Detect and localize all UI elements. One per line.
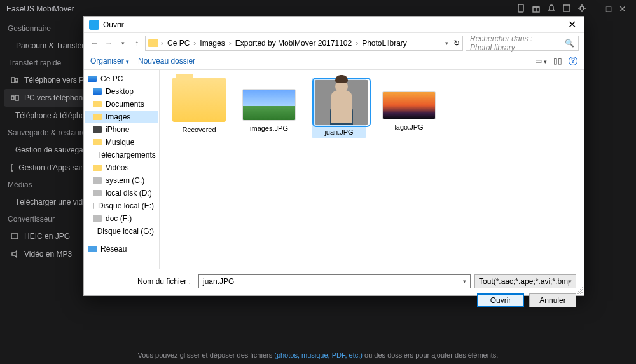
drop-hint: Vous pouvez glisser et déposer des fichi…	[0, 351, 636, 359]
minimize-button[interactable]: —	[588, 4, 602, 14]
svg-rect-14	[11, 234, 18, 239]
tree-disk-c[interactable]: system (C:)	[85, 174, 158, 187]
file-name: lago.JPG	[382, 123, 436, 131]
nav-label: Téléphone à téléphone	[15, 111, 93, 120]
tree-downloads[interactable]: Téléchargements	[85, 149, 158, 161]
svg-rect-5	[11, 78, 15, 83]
image-thumbnail	[382, 91, 436, 119]
breadcrumb-item[interactable]: PhotoLlibrary	[361, 39, 408, 48]
filetype-value: Tout(*.aac;*.ape;*.avi;*.bmp;*.c	[479, 277, 569, 286]
resize-grip[interactable]	[575, 286, 583, 294]
file-item-image[interactable]: lago.JPG	[382, 78, 436, 131]
chevron-down-icon[interactable]: ▾	[463, 278, 466, 285]
svg-rect-2	[563, 5, 570, 11]
tree-images[interactable]: Images	[85, 111, 158, 123]
back-button[interactable]: ←	[89, 37, 100, 49]
gear-icon[interactable]	[576, 4, 588, 15]
nav-label: Gestion de sauvegarde	[15, 145, 94, 154]
tree-iphone[interactable]: iPhone	[85, 123, 158, 136]
tree-documents[interactable]: Documents	[85, 98, 158, 111]
svg-rect-12	[11, 165, 13, 171]
tree-this-pc[interactable]: Ce PC	[85, 72, 158, 85]
svg-marker-15	[12, 251, 17, 257]
svg-rect-8	[15, 95, 18, 100]
image-thumbnail	[242, 89, 296, 121]
folder-icon	[172, 78, 226, 122]
tree-disk-f[interactable]: doc (F:)	[85, 212, 158, 225]
close-button[interactable]: ✕	[616, 4, 630, 14]
svg-rect-7	[11, 96, 14, 100]
nav-pc-to-phone[interactable]: PC vers téléphone	[4, 89, 95, 107]
file-list: Recovered images.JPG juan.JPG lago.JPG	[160, 70, 584, 269]
svg-rect-0	[518, 4, 523, 12]
file-item-image[interactable]: images.JPG	[242, 78, 296, 132]
help-button[interactable]: ?	[569, 57, 577, 65]
file-item-folder[interactable]: Recovered	[172, 78, 226, 133]
open-button[interactable]: Ouvrir	[477, 293, 524, 307]
dialog-close-button[interactable]: ✕	[565, 18, 579, 30]
maximize-button[interactable]: □	[602, 4, 616, 14]
search-input[interactable]: Rechercher dans : PhotoLlibrary 🔍	[466, 36, 579, 51]
cancel-button[interactable]: Annuler	[529, 293, 576, 307]
breadcrumb-item[interactable]: Ce PC	[166, 39, 191, 48]
preview-pane-button[interactable]: ▯▯	[553, 57, 562, 65]
svg-point-3	[580, 6, 584, 10]
svg-rect-6	[15, 78, 18, 82]
file-name: juan.JPG	[315, 128, 363, 136]
file-name: Recovered	[172, 126, 226, 133]
file-name: images.JPG	[242, 125, 296, 132]
filetype-select[interactable]: Tout(*.aac;*.ape;*.avi;*.bmp;*.c ▾	[474, 274, 576, 288]
nav-label: HEIC en JPG	[24, 232, 70, 241]
folder-tree: Ce PC Desktop Documents Images iPhone Mu…	[84, 70, 160, 269]
breadcrumb-dropdown-icon[interactable]: ▾	[445, 40, 448, 46]
address-bar[interactable]: › Ce PC› Images› Exported by MobiMover 2…	[145, 36, 463, 51]
search-placeholder: Rechercher dans : PhotoLlibrary	[470, 34, 565, 52]
folder-icon	[148, 39, 158, 47]
tree-network[interactable]: Réseau	[85, 243, 158, 255]
dialog-icon	[89, 20, 99, 30]
organize-menu[interactable]: Organiser ▾	[90, 57, 129, 65]
puzzle-icon[interactable]	[561, 4, 572, 15]
phone-icon[interactable]	[515, 4, 527, 15]
search-icon: 🔍	[565, 39, 574, 48]
tree-disk-d[interactable]: local disk (D:)	[85, 187, 158, 199]
tree-disk-g[interactable]: Disque local (G:)	[85, 225, 158, 238]
nav-label: Télécharger une vidéo	[15, 198, 91, 206]
bell-icon[interactable]	[546, 4, 557, 15]
forward-button[interactable]: →	[103, 37, 114, 49]
filename-label: Nom du fichier :	[92, 277, 195, 286]
nav-label: Gestion d'Apps santé	[18, 163, 91, 172]
view-mode-button[interactable]: ▭ ▾	[535, 57, 547, 65]
drop-hint-link[interactable]: (photos, musique, PDF, etc.)	[274, 351, 363, 359]
nav-label: PC vers téléphone	[24, 93, 87, 102]
nav-label: Téléphone vers PC	[24, 76, 90, 84]
up-button[interactable]: ↑	[131, 37, 142, 49]
tree-music[interactable]: Musique	[85, 136, 158, 149]
breadcrumb-item[interactable]: Exported by MobiMover 20171102	[234, 39, 353, 48]
new-folder-button[interactable]: Nouveau dossier	[138, 57, 195, 65]
tree-desktop[interactable]: Desktop	[85, 85, 158, 98]
file-item-image[interactable]: juan.JPG	[312, 78, 366, 138]
filename-value: juan.JPG	[203, 277, 234, 286]
filename-input[interactable]: juan.JPG ▾	[198, 274, 471, 288]
dialog-title: Ouvrir	[103, 20, 565, 29]
image-thumbnail	[315, 80, 368, 125]
tree-videos[interactable]: Vidéos	[85, 161, 158, 174]
recent-menu-button[interactable]: ▾	[117, 37, 128, 49]
nav-label: Parcourir & Transférer	[16, 41, 91, 50]
refresh-button[interactable]: ↻	[453, 39, 460, 48]
app-title: EaseUS MobiMover	[6, 4, 74, 13]
gift-icon[interactable]	[530, 4, 542, 15]
chevron-down-icon: ▾	[569, 278, 572, 285]
breadcrumb-item[interactable]: Images	[198, 39, 226, 48]
tree-disk-e[interactable]: Disque local (E:)	[85, 199, 158, 212]
nav-label: Vidéo en MP3	[24, 250, 72, 259]
file-open-dialog: Ouvrir ✕ ← → ▾ ↑ › Ce PC› Images› Export…	[83, 16, 584, 296]
